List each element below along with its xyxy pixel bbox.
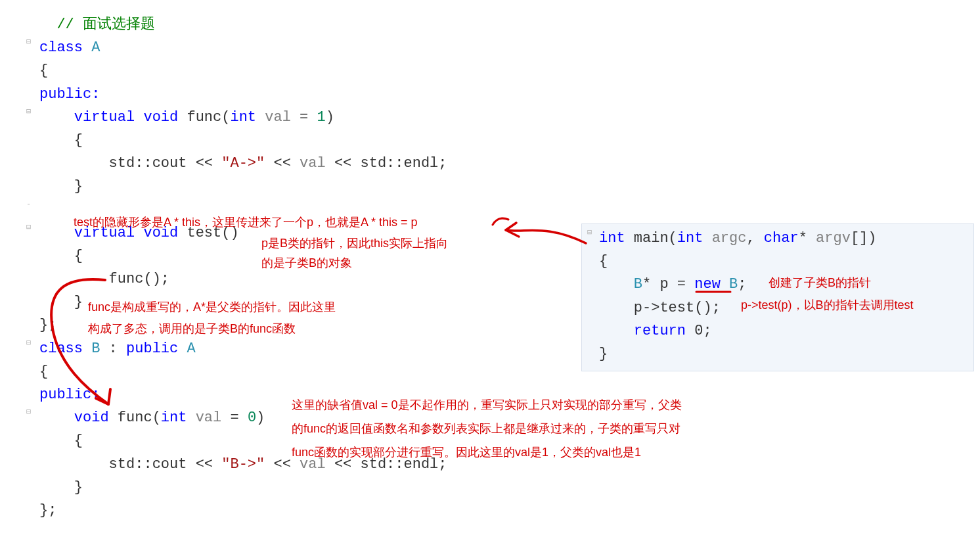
code-line: {: [26, 59, 954, 82]
code-line: {: [26, 129, 954, 152]
annotation: 创建了子类B的指针: [768, 275, 871, 291]
annotation: 这里的缺省值val = 0是不起作用的，重写实际上只对实现的部分重写，父类: [292, 397, 682, 413]
annotation: 的是子类B的对象: [261, 255, 352, 271]
annotation: p->test(p)，以B的指针去调用test: [741, 297, 914, 314]
code-line: std::cout << "A->" << val << std::endl;: [26, 152, 954, 175]
annotation: 构成了多态，调用的是子类B的func函数: [88, 321, 296, 337]
code-line: };: [26, 499, 954, 522]
code-line: }: [26, 175, 954, 198]
code-line: ⊟ virtual void func(int val = 1): [26, 106, 954, 129]
annotation: func是构成重写的，A*是父类的指针。因此这里: [88, 299, 336, 316]
code-line: {: [587, 250, 968, 273]
code-line: // 面试选择题: [26, 13, 954, 36]
annotation: 的func的返回值函数名和参数列表实际上都是继承过来的，子类的重写只对: [292, 421, 680, 437]
code-line: ⊟class A: [26, 36, 954, 59]
code-line: }: [587, 342, 968, 365]
code-line: }: [26, 476, 954, 499]
code-line: ⊟int main(int argc, char* argv[]): [587, 227, 968, 250]
annotation: test的隐藏形参是A * this，这里传进来了一个p，也就是A * this…: [74, 214, 418, 231]
code-line: return 0;: [587, 319, 968, 342]
annotation: func函数的实现部分进行重写。因此这里的val是1，父类的val也是1: [292, 444, 641, 461]
annotation: p是B类的指针，因此this实际上指向: [261, 235, 448, 252]
code-line: public:: [26, 83, 954, 106]
